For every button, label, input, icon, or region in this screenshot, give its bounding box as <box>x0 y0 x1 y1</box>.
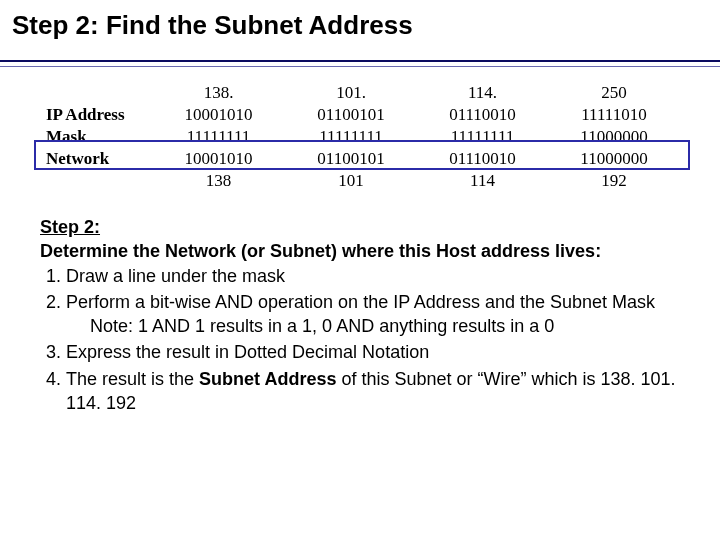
network-label: Network <box>40 148 152 170</box>
decimal-row: 138 101 114 192 <box>40 170 680 192</box>
instr-2-text: Perform a bit-wise AND operation on the … <box>66 292 655 312</box>
net-oct2: 01100101 <box>285 148 417 170</box>
subnet-address-term: Subnet Address <box>199 369 336 389</box>
header-row: 138. 101. 114. 250 <box>40 82 680 104</box>
ip-oct2: 01100101 <box>285 104 417 126</box>
slide: Step 2: Find the Subnet Address 138. 101… <box>0 0 720 540</box>
network-row: Network 10001010 01100101 01110010 11000… <box>40 148 680 170</box>
instruction-list: Draw a line under the mask Perform a bit… <box>40 264 680 418</box>
body-text: Step 2: Determine the Network (or Subnet… <box>40 215 680 417</box>
hdr-oct2: 101. <box>285 82 417 104</box>
slide-title: Step 2: Find the Subnet Address <box>12 10 413 41</box>
net-oct1: 10001010 <box>152 148 285 170</box>
mask-oct4: 11000000 <box>548 126 680 148</box>
instr-1: Draw a line under the mask <box>66 264 680 290</box>
blank-cell <box>40 82 152 104</box>
dec-oct2: 101 <box>285 170 417 192</box>
ip-oct4: 11111010 <box>548 104 680 126</box>
mask-oct2: 11111111 <box>285 126 417 148</box>
instr-3: Express the result in Dotted Decimal Not… <box>66 340 680 366</box>
mask-label: Mask <box>40 126 152 148</box>
calc-table-wrap: 138. 101. 114. 250 IP Address 10001010 0… <box>40 82 680 192</box>
ip-oct1: 10001010 <box>152 104 285 126</box>
instr-2-note: Note: 1 AND 1 results in a 1, 0 AND anyt… <box>90 314 680 338</box>
mask-row: Mask 11111111 11111111 11111111 11000000 <box>40 126 680 148</box>
title-rule <box>0 60 720 67</box>
ip-row: IP Address 10001010 01100101 01110010 11… <box>40 104 680 126</box>
net-oct4: 11000000 <box>548 148 680 170</box>
hdr-oct4: 250 <box>548 82 680 104</box>
hdr-oct3: 114. <box>417 82 548 104</box>
mask-oct3: 11111111 <box>417 126 548 148</box>
ip-oct3: 01110010 <box>417 104 548 126</box>
hdr-oct1: 138. <box>152 82 285 104</box>
dec-oct4: 192 <box>548 170 680 192</box>
decimal-label <box>40 170 152 192</box>
ip-label: IP Address <box>40 104 152 126</box>
step-label: Step 2: <box>40 217 100 237</box>
subhead: Determine the Network (or Subnet) where … <box>40 241 601 261</box>
dec-oct3: 114 <box>417 170 548 192</box>
mask-oct1: 11111111 <box>152 126 285 148</box>
instr-4-pre: The result is the <box>66 369 199 389</box>
net-oct3: 01110010 <box>417 148 548 170</box>
dec-oct1: 138 <box>152 170 285 192</box>
instr-4: The result is the Subnet Address of this… <box>66 367 680 418</box>
calc-table: 138. 101. 114. 250 IP Address 10001010 0… <box>40 82 680 192</box>
instr-2: Perform a bit-wise AND operation on the … <box>66 290 680 341</box>
